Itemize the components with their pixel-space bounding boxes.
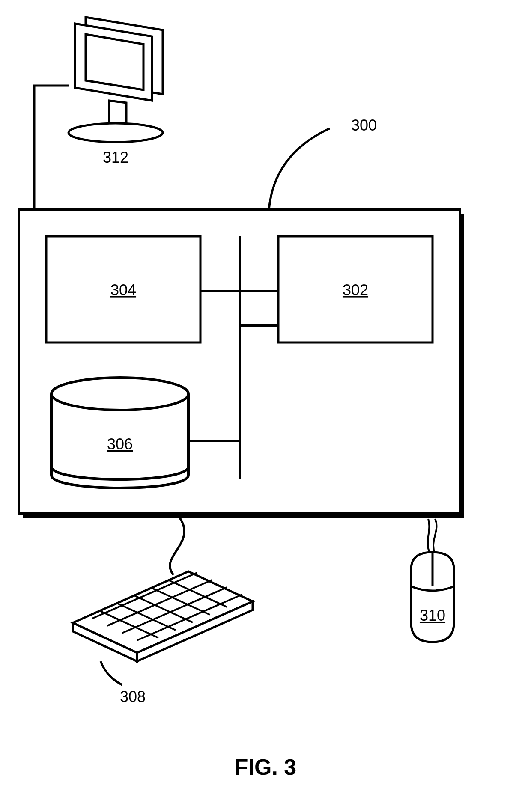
svg-point-4	[51, 378, 188, 410]
mouse-label: 310	[420, 607, 445, 624]
component-302-label: 302	[343, 281, 368, 299]
monitor-label: 312	[103, 149, 128, 166]
storage-306: 306	[51, 378, 188, 488]
storage-306-label: 306	[107, 435, 133, 453]
component-304-label: 304	[110, 281, 136, 299]
patent-figure: 300 304 302 306 312	[0, 0, 531, 812]
mouse-icon: 310	[411, 519, 454, 642]
figure-caption: FIG. 3	[235, 755, 296, 779]
system-label: 300	[351, 116, 377, 134]
monitor-icon: 312	[34, 17, 163, 210]
svg-point-14	[69, 123, 163, 142]
component-304: 304	[46, 236, 200, 342]
keyboard-label: 308	[120, 688, 146, 705]
component-302: 302	[278, 236, 433, 342]
svg-marker-12	[86, 34, 143, 90]
system-leader: 300	[269, 116, 377, 210]
keyboard-icon: 308	[73, 518, 253, 705]
